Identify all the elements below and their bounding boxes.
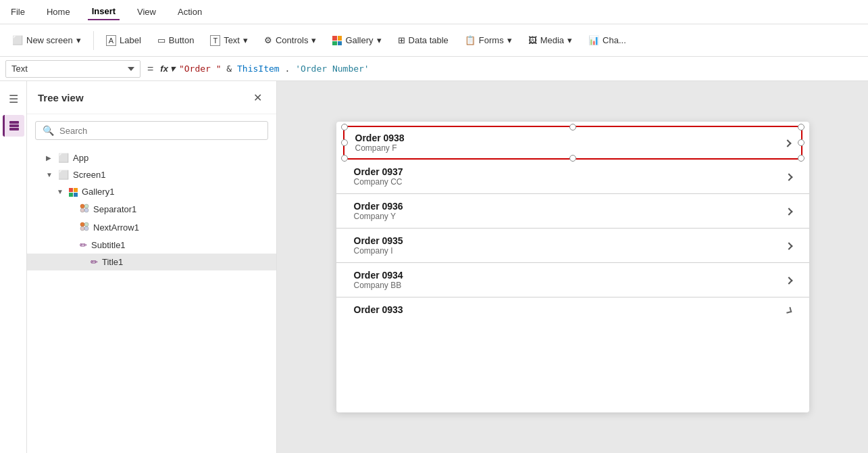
handle-tr[interactable] [798,124,805,130]
tree-item-separator1[interactable]: Separator1 [27,200,276,218]
handle-mr[interactable] [798,139,805,146]
gallery-item-3[interactable]: Order 0935 Company I [336,229,809,263]
media-chevron: ▾ [567,35,572,45]
data-table-button[interactable]: ⊞ Data table [391,32,455,49]
gallery-item-2[interactable]: Order 0936 Company Y [336,194,809,229]
next-arrow-icon [80,222,89,233]
tree-label-app: App [73,153,265,163]
formula-property-select[interactable]: Text [5,60,141,78]
canvas-area: Order 0938 Company F Order 0937 Company … [277,81,868,453]
tree-item-gallery1[interactable]: ▼ Gallery1 [27,183,276,200]
hamburger-icon-button[interactable]: ☰ [3,88,24,110]
svg-point-7 [80,222,84,226]
gallery-list: Order 0938 Company F Order 0937 Company … [336,126,809,322]
tree-item-nextarrow1[interactable]: NextArrow1 [27,218,276,237]
button-button[interactable]: ▭ Button [151,32,201,49]
charts-button[interactable]: 📊 Cha... [582,32,633,49]
tree-label-separator1: Separator1 [93,204,265,214]
tree-title: Tree view [38,92,84,103]
menu-home[interactable]: Home [43,4,74,20]
toolbar-divider-1 [93,31,94,50]
handle-tm[interactable] [569,124,576,130]
charts-icon: 📊 [588,35,599,45]
gallery-item-title-5: Order 0933 [354,304,403,315]
label-button[interactable]: A Label [99,32,148,49]
controls-chevron: ▾ [311,35,316,45]
main-area: ☰ Tree view ✕ 🔍 ▶ ⬜ App [0,81,868,453]
data-table-icon: ⊞ [398,35,405,45]
new-screen-button[interactable]: ⬜ New screen ▾ [5,32,88,49]
tree-search-box[interactable]: 🔍 [35,121,268,140]
text-button[interactable]: T Text ▾ [203,32,255,49]
menu-file[interactable]: File [7,4,29,20]
svg-point-5 [80,208,84,212]
text-icon: T [210,35,220,46]
tree-label-nextarrow1: NextArrow1 [93,222,265,233]
title-icon: ✏ [91,257,98,267]
gallery-item-arrow-4 [786,275,792,285]
app-canvas: Order 0938 Company F Order 0937 Company … [336,122,809,412]
expand-icon-gallery1: ▼ [57,188,65,195]
gallery-item-title-2: Order 0936 [354,201,403,212]
tree-item-screen1[interactable]: ▼ ⬜ Screen1 [27,166,276,183]
handle-bl[interactable] [341,155,348,162]
handle-bm[interactable] [569,155,576,162]
menu-bar: File Home Insert View Action [0,0,868,24]
gallery-item-subtitle-0: Company F [355,143,405,153]
new-screen-chevron: ▾ [76,35,81,45]
gallery-item-5[interactable]: Order 0933 [336,297,809,322]
forms-icon: 📋 [465,35,476,45]
gallery-item-selected[interactable]: Order 0938 Company F [343,126,802,160]
menu-action[interactable]: Action [174,4,206,20]
gallery-item-subtitle-1: Company CC [354,177,403,187]
tree-item-title1[interactable]: ✏ Title1 [27,254,276,270]
media-icon: 🖼 [528,35,537,45]
svg-rect-1 [9,124,19,127]
tree-items: ▶ ⬜ App ▼ ⬜ Screen1 ▼ [27,147,276,453]
formula-fx-button[interactable]: fx ▾ [160,64,175,74]
svg-point-6 [84,208,88,212]
gallery-item-title-0: Order 0938 [355,133,405,143]
sidebar-icons: ☰ [0,81,27,453]
gallery-item-1[interactable]: Order 0937 Company CC [336,160,809,194]
media-button[interactable]: 🖼 Media ▾ [521,32,579,49]
menu-insert[interactable]: Insert [88,3,120,20]
formula-bar: Text = fx ▾ "Order " & ThisItem . 'Order… [0,57,868,81]
app-icon: ⬜ [58,153,69,163]
formula-expression: "Order " & ThisItem . 'Order Number' [179,64,863,74]
layers-icon-button[interactable] [3,115,24,137]
separator-icon [80,204,89,215]
gallery-item-4[interactable]: Order 0934 Company BB [336,263,809,297]
handle-br[interactable] [798,155,805,162]
tree-label-gallery1: Gallery1 [82,187,265,197]
search-icon: 🔍 [43,125,54,136]
handle-ml[interactable] [341,139,348,146]
gallery-icon-toolbar [332,35,342,46]
formula-fx-chevron: ▾ [170,64,175,74]
screen-icon: ⬜ [58,170,69,180]
handle-tl[interactable] [341,124,348,130]
gallery-item-title-3: Order 0935 [354,235,403,246]
tree-item-subtitle1[interactable]: ✏ Subtitle1 [27,237,276,254]
label-icon: A [106,35,116,46]
search-input[interactable] [59,126,261,136]
svg-point-8 [84,222,88,226]
controls-button[interactable]: ⚙ Controls ▾ [257,32,323,49]
gallery-item-title-1: Order 0937 [354,166,403,177]
new-screen-icon: ⬜ [12,35,23,45]
subtitle-icon: ✏ [80,240,87,250]
toolbar: ⬜ New screen ▾ A Label ▭ Button T Text ▾… [0,24,868,57]
tree-close-button[interactable]: ✕ [249,89,265,105]
svg-point-10 [84,226,88,231]
formula-equals: = [145,63,156,75]
tree-item-app[interactable]: ▶ ⬜ App [27,149,276,166]
svg-rect-2 [9,128,19,130]
gallery-item-arrow-5 [784,304,794,316]
gallery-item-arrow-3 [786,240,792,251]
forms-chevron: ▾ [507,35,512,45]
tree-label-screen1: Screen1 [73,170,265,180]
forms-button[interactable]: 📋 Forms ▾ [458,32,519,49]
gallery-button[interactable]: Gallery ▾ [326,32,388,49]
fx-icon: fx [160,64,168,74]
menu-view[interactable]: View [133,4,160,20]
